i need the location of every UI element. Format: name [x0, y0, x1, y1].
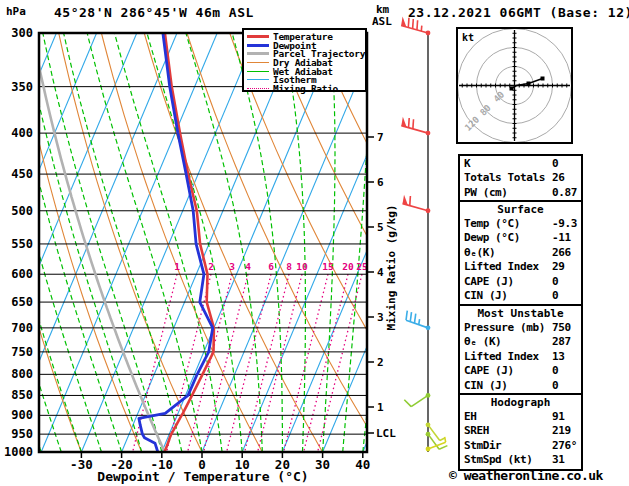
- wind-barb: [403, 195, 431, 213]
- km-tick-label: 7: [377, 131, 384, 144]
- stats-label: CAPE (J): [464, 275, 514, 289]
- parcel-trajectory-curve: [32, 33, 164, 452]
- stats-row: StmDir276°: [460, 439, 581, 453]
- wind-barb: [426, 432, 448, 450]
- mixing-ratio-value-label: 2: [208, 261, 214, 272]
- stats-value: 0: [552, 289, 558, 303]
- stats-label: StmSpd (kt): [464, 453, 532, 467]
- mixing-ratio-value-label: 1: [174, 261, 180, 272]
- stats-label: K: [464, 157, 470, 171]
- stats-value: -9.3: [552, 217, 577, 231]
- wet-adiabat-line: [323, 33, 335, 452]
- pressure-tick-label: 300: [11, 26, 33, 40]
- km-tick-label: 6: [377, 176, 384, 189]
- legend-swatch-parcel-trajectory: [247, 52, 269, 55]
- stats-value: 266: [552, 246, 571, 260]
- stats-label: CIN (J): [464, 379, 508, 393]
- stats-label: Pressure (mb): [464, 321, 545, 335]
- km-tick-label: 2: [377, 356, 384, 369]
- datetime-title: 23.12.2021 06GMT (Base: 12): [408, 5, 629, 20]
- copyright-text: © weatheronline.co.uk: [449, 468, 603, 483]
- dewpoint-curve: [139, 33, 213, 452]
- pressure-tick-label: 750: [11, 345, 33, 359]
- stats-value: 0: [552, 379, 558, 393]
- stats-row: StmSpd (kt)31: [460, 453, 581, 467]
- legend-box: TemperatureDewpointParcel TrajectoryDry …: [242, 28, 367, 92]
- stats-row: Temp (°C)-9.3: [460, 217, 581, 231]
- km-tick-label: 5: [377, 221, 384, 234]
- stats-row: Lifted Index29: [460, 260, 581, 274]
- asl-axis-unit: ASL: [372, 15, 392, 28]
- stats-value: 91: [552, 410, 564, 424]
- mixing-ratio-value-label: 15: [322, 261, 334, 272]
- mixing-ratio-line: [188, 274, 232, 452]
- mixing-ratio-value-label: 10: [296, 261, 308, 272]
- stats-label: StmDir: [464, 439, 501, 453]
- legend-swatch-temperature: [247, 35, 269, 38]
- dry-adiabat-line: [230, 33, 444, 452]
- stats-label: Totals Totals: [464, 171, 545, 185]
- pressure-tick-label: 550: [11, 237, 33, 251]
- dry-adiabat-line: [101, 33, 262, 452]
- stats-label: PW (cm): [464, 186, 508, 200]
- stats-value: 26: [552, 171, 564, 185]
- wind-barb: [406, 311, 430, 331]
- isotherm-line: [162, 33, 338, 452]
- lcl-label: LCL: [376, 427, 396, 440]
- wet-adiabat-line: [87, 33, 202, 452]
- stats-label: EH: [464, 410, 476, 424]
- stats-box-indices: K0Totals Totals26PW (cm)0.87: [458, 154, 583, 203]
- stats-value: 219: [552, 424, 571, 438]
- wet-adiabat-line: [0, 33, 1, 452]
- wind-barb: [404, 393, 430, 407]
- stats-value: 0.87: [552, 186, 577, 200]
- pressure-tick-label: 400: [11, 126, 33, 140]
- stats-box-title: Surface: [460, 203, 581, 217]
- legend-swatch-dewpoint: [247, 44, 269, 47]
- mixing-ratio-value-label: 4: [245, 261, 251, 272]
- stats-value: 0: [552, 157, 558, 171]
- x-axis-label: Dewpoint / Temperature (°C): [58, 469, 348, 484]
- stats-value: 31: [552, 453, 564, 467]
- hodograph-trace-marker: [541, 77, 545, 81]
- pressure-tick-label: 850: [11, 388, 33, 402]
- legend-swatch-mixing-ratio: [247, 88, 269, 89]
- pressure-tick-label: 900: [11, 408, 33, 422]
- stats-row: CAPE (J)0: [460, 275, 581, 289]
- stats-value: 13: [552, 350, 564, 364]
- stats-row: Pressure (mb)750: [460, 321, 581, 335]
- stats-row: Dewp (°C)-11: [460, 231, 581, 245]
- stats-label: CIN (J): [464, 289, 508, 303]
- pressure-tick-label: 600: [11, 267, 33, 281]
- stats-label: θₑ (K): [464, 335, 501, 349]
- stats-row: θₑ (K)287: [460, 335, 581, 349]
- stats-label: Lifted Index: [464, 260, 539, 274]
- isotherm-line: [202, 33, 378, 452]
- pressure-tick-label: 800: [11, 367, 33, 381]
- stats-label: θₑ(K): [464, 246, 495, 260]
- km-tick-label: 1: [377, 401, 384, 414]
- pressure-tick-label: 350: [11, 80, 33, 94]
- pressure-tick-label: 450: [11, 167, 33, 181]
- stats-row: K0: [460, 157, 581, 171]
- sounding-location-title: 45°28'N 286°45'W 46m ASL: [54, 5, 254, 20]
- mixing-ratio-value-label: 3: [229, 261, 235, 272]
- legend-swatch-isotherm: [247, 79, 269, 80]
- stats-value: 29: [552, 260, 564, 274]
- stats-row: SREH219: [460, 424, 581, 438]
- wind-barb: [401, 117, 430, 136]
- pressure-tick-label: 1000: [4, 445, 33, 459]
- stats-value: 750: [552, 321, 571, 335]
- stats-label: Dewp (°C): [464, 231, 520, 245]
- stats-value: 0: [552, 364, 558, 378]
- plot-frame: [39, 33, 367, 452]
- legend-item: Mixing Ratio: [247, 84, 365, 93]
- stats-value: 0: [552, 275, 558, 289]
- wet-adiabat-line: [115, 33, 223, 452]
- skewt-page: 1234681015202530035040045050055060065070…: [0, 0, 629, 486]
- stats-label: Temp (°C): [464, 217, 520, 231]
- stats-value: 287: [552, 335, 571, 349]
- km-tick-label: 4: [377, 266, 384, 279]
- mixing-ratio-value-label: 6: [268, 261, 274, 272]
- sounding-curves: [32, 33, 214, 452]
